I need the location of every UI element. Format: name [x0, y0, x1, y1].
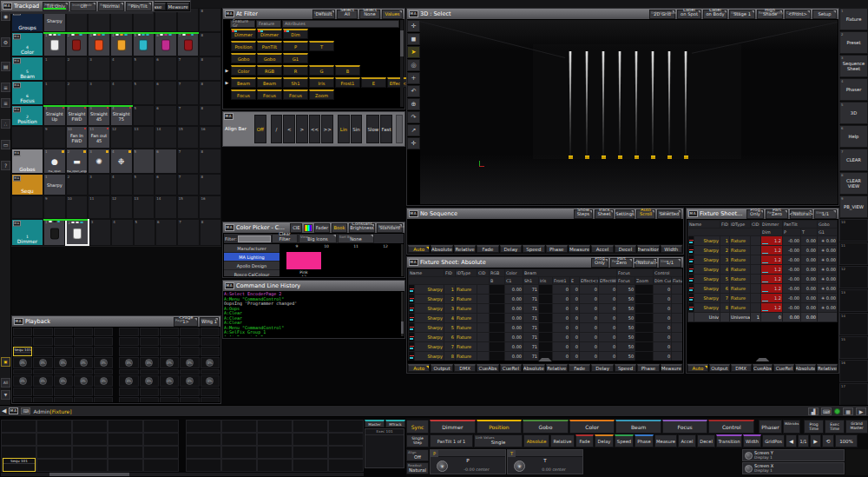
dmx-output-icon[interactable]: ▦: [843, 407, 853, 415]
executor-cell[interactable]: 0%: [74, 357, 93, 368]
executor-cell[interactable]: [33, 369, 52, 374]
pool-cell-position-12[interactable]: 12: [110, 126, 133, 149]
executor-cell[interactable]: [13, 337, 32, 346]
ma-logo[interactable]: MA: [688, 210, 698, 217]
pool-item-color-2[interactable]: 2: [66, 32, 89, 56]
ma-logo[interactable]: MA: [14, 318, 23, 325]
pool-header-gobos[interactable]: MAGobos: [11, 149, 43, 174]
exec-cell[interactable]: [108, 433, 143, 446]
help-icon[interactable]: ?: [1, 161, 10, 170]
executor-cell[interactable]: [94, 347, 113, 356]
fixture-groups-icon[interactable]: ∴: [1, 119, 10, 129]
executor-cell[interactable]: [94, 388, 113, 396]
exec-cell[interactable]: [221, 420, 257, 433]
exec-cell[interactable]: [36, 446, 72, 459]
exec-cell[interactable]: [1, 446, 36, 459]
fader-button[interactable]: Fader: [314, 223, 330, 233]
pool-item-sequ-1[interactable]: 1Sharpy: [43, 174, 66, 195]
exec-cell[interactable]: [293, 446, 328, 459]
col-header-dimmer[interactable]: Dimmer: [761, 221, 783, 229]
filter-feature-pantilt[interactable]: PanTilt: [257, 41, 282, 51]
pool-cell-position-16[interactable]: 16: [199, 126, 221, 149]
render-quality-button[interactable]: Render QualityHigh Shade: [757, 10, 783, 19]
fixture-row[interactable]: Sharpy4Fixture0.007100005000: [409, 314, 683, 323]
selection-mode-button[interactable]: Selection Mode2D Grid: [649, 10, 675, 19]
pool-header-focus[interactable]: MA6Focus: [11, 81, 43, 105]
view-slot-15[interactable]: 15: [839, 336, 868, 359]
executor-cell[interactable]: [180, 397, 199, 402]
featuregroup-control[interactable]: Control: [708, 420, 754, 434]
ma-logo[interactable]: MA: [225, 224, 234, 231]
exec-cell[interactable]: [186, 420, 221, 433]
executor-knob[interactable]: 0%: [186, 359, 194, 367]
tab-absolute[interactable]: Absolute: [795, 364, 816, 372]
pool-cell-position-13[interactable]: 13: [133, 126, 155, 149]
pool-item-dimmer-2[interactable]: 2: [65, 219, 89, 246]
exec-selected[interactable]: Sequ 101: [3, 458, 36, 472]
executor-cell[interactable]: 0%: [94, 375, 113, 387]
subcol-e[interactable]: E: [570, 277, 580, 285]
executor-cell[interactable]: [201, 328, 220, 336]
exec-cell[interactable]: [186, 433, 221, 446]
cie-button[interactable]: CIE: [290, 223, 302, 233]
executor-cell[interactable]: [119, 397, 138, 402]
executor-cell[interactable]: [54, 328, 73, 336]
executor-cell[interactable]: 0%: [119, 375, 138, 387]
pool-cell-sequ-9[interactable]: 9: [43, 195, 66, 219]
pool-cell-beam-2[interactable]: 2: [66, 56, 89, 81]
pool-header-position[interactable]: MA2Position: [11, 105, 43, 126]
subcol-effectwi[interactable]: EffectWi: [599, 277, 617, 285]
fixture-row[interactable]: Sharpy2Fixture1.2-0.000.00✳ 0.00: [688, 246, 838, 255]
executor-cell[interactable]: 0%: [140, 357, 159, 368]
scrollbar[interactable]: [400, 20, 404, 107]
filter-input[interactable]: [238, 235, 271, 242]
resolution-button[interactable]: ResolutionNormal: [98, 2, 124, 11]
executor-cell[interactable]: [180, 337, 199, 346]
exec-cell[interactable]: [328, 446, 364, 459]
executor-cell[interactable]: 0%: [94, 357, 113, 368]
play-icon[interactable]: ▶: [856, 407, 866, 415]
3d-scene[interactable]: [420, 20, 838, 204]
executor-cell[interactable]: [33, 337, 52, 346]
layer-tab-transition[interactable]: Transition: [716, 434, 742, 447]
frame-select-icon[interactable]: ▣: [1, 357, 10, 367]
all-button[interactable]: All: [1, 378, 10, 388]
layer-tab-speed[interactable]: Speed: [615, 434, 634, 447]
pool-cell-gobos-7[interactable]: 7: [177, 149, 200, 174]
scrollbar[interactable]: [401, 244, 404, 276]
executor-knob[interactable]: 0%: [100, 359, 108, 367]
filter-attr-iris[interactable]: Iris: [309, 77, 334, 88]
view-button-3d[interactable]: 3D5: [839, 102, 868, 124]
exec-cell[interactable]: [257, 446, 293, 459]
executor-cell[interactable]: [74, 337, 93, 346]
master-header-master[interactable]: Master: [365, 420, 385, 427]
filter-attr-p[interactable]: P: [283, 41, 308, 51]
page-indicator[interactable]: 1/1: [798, 434, 809, 447]
pool-cell-beam-5[interactable]: 5: [133, 56, 155, 81]
exec-cell[interactable]: [221, 459, 257, 472]
pool-cell-focus-3[interactable]: 3: [88, 81, 110, 105]
pool-cell-sequ-2[interactable]: 2: [66, 174, 89, 195]
pool-cell-focus-2[interactable]: 2: [66, 81, 89, 105]
tab-output[interactable]: Output: [431, 364, 452, 372]
executor-knob[interactable]: 0%: [145, 359, 153, 367]
view-slot-10[interactable]: 10: [839, 219, 868, 242]
cli-lines[interactable]: A:Select EncoderPage 2A:Menu "CommandCon…: [224, 292, 400, 336]
layer-tab-phase[interactable]: Phase: [635, 434, 654, 447]
view-slot-12[interactable]: 12: [839, 266, 868, 288]
tab-phase[interactable]: Phase: [637, 364, 659, 372]
scrollbar[interactable]: [401, 292, 404, 336]
trackpad-surface[interactable]: [2, 12, 153, 14]
executor-cell[interactable]: [13, 388, 32, 396]
pool-cell-gobos-8[interactable]: 8: [199, 149, 221, 174]
exec-cell[interactable]: [36, 420, 72, 433]
h-scroll-handle[interactable]: [49, 473, 129, 476]
featuregroup-position[interactable]: Position: [477, 420, 523, 434]
executor-knob[interactable]: 0%: [145, 377, 153, 385]
fixture-row[interactable]: Sharpy8Fixture1.2-0.000.00✳ 0.00: [688, 303, 838, 313]
tab-output[interactable]: Output: [709, 364, 730, 372]
fixture-row[interactable]: Sharpy5Fixture0.007100005000: [409, 323, 683, 333]
exec-cell[interactable]: [108, 446, 143, 459]
view-button-clear[interactable]: CLEAR7: [839, 149, 868, 171]
select-none-button[interactable]: Select None: [359, 10, 380, 19]
